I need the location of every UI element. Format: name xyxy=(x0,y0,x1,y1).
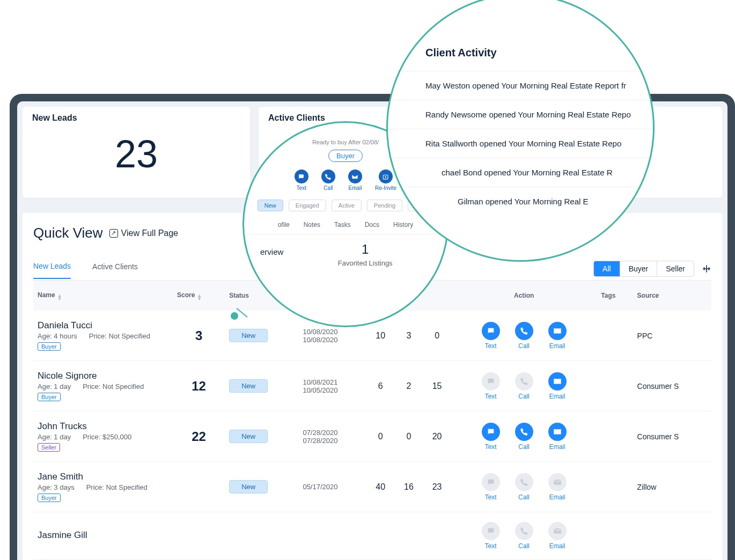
client-price: Price: $250,000 xyxy=(83,433,131,441)
mail-icon xyxy=(348,170,362,183)
status-pill[interactable]: New xyxy=(229,329,268,342)
action-call-button[interactable]: Call xyxy=(321,170,335,191)
client-name: Jane Smith xyxy=(38,471,168,482)
favorited-count: 1 xyxy=(283,242,447,257)
action-call-button[interactable]: Call xyxy=(515,322,533,350)
date-cell: 05/17/2020 xyxy=(298,462,366,512)
date-cell: 10/08/202110/05/2020 xyxy=(298,361,366,411)
client-activity-title: Client Activity xyxy=(388,47,653,71)
status-pill[interactable]: New xyxy=(229,480,268,493)
col-tags: Tags xyxy=(601,292,615,299)
action-text-button[interactable]: Text xyxy=(482,473,500,501)
detail-tab-profile[interactable]: ofile xyxy=(278,221,290,229)
client-type-tag: Buyer xyxy=(38,493,61,502)
detail-tab-docs[interactable]: Docs xyxy=(365,221,379,229)
sort-icon[interactable]: ▲▼ xyxy=(197,294,202,300)
col-action: Action xyxy=(514,292,534,299)
table-row[interactable]: Jasmine Gill TextCallEmail xyxy=(33,512,711,560)
overview-heading: erview xyxy=(244,234,283,267)
metric-3: 0 xyxy=(423,311,451,361)
action-label: Call xyxy=(518,443,530,451)
col-score[interactable]: Score xyxy=(177,291,195,299)
column-settings-icon[interactable] xyxy=(702,264,711,274)
activity-item[interactable]: Randy Newsome opened Your Morning Real E… xyxy=(388,100,653,129)
detail-tab-tasks[interactable]: Tasks xyxy=(334,221,351,229)
client-name: John Trucks xyxy=(38,421,168,432)
tab-active-clients[interactable]: Active Clients xyxy=(92,262,138,278)
metric-2 xyxy=(395,512,423,560)
action-label: Email xyxy=(549,342,565,350)
col-source: Source xyxy=(637,292,659,299)
email-icon xyxy=(548,322,567,340)
call-icon xyxy=(515,322,533,340)
link-label: View Full Page xyxy=(121,229,178,238)
status-new[interactable]: New xyxy=(258,200,283,211)
filter-buyer[interactable]: Buyer xyxy=(620,261,658,276)
action-text-button[interactable]: Text xyxy=(482,423,500,451)
activity-item[interactable]: Gilman opened Your Morning Real E xyxy=(388,187,653,216)
action-email-button[interactable]: Email xyxy=(548,372,567,400)
action-email-button[interactable]: Email xyxy=(348,170,362,191)
detail-tab-history[interactable]: History xyxy=(393,221,413,229)
status-engaged[interactable]: Engaged xyxy=(289,200,326,211)
action-label: Call xyxy=(518,342,530,350)
action-text-button[interactable]: Text xyxy=(482,372,500,400)
action-call-button[interactable]: Call xyxy=(515,372,533,400)
filter-seller[interactable]: Seller xyxy=(657,261,694,276)
metric-3: 23 xyxy=(423,462,451,512)
text-icon xyxy=(482,322,500,340)
action-email-button[interactable]: Email xyxy=(548,522,567,550)
status-pill[interactable]: New xyxy=(229,430,268,443)
action-label: Email xyxy=(549,443,565,451)
col-name[interactable]: Name xyxy=(38,291,55,299)
text-icon xyxy=(482,522,500,540)
col-status[interactable]: Status xyxy=(229,292,249,299)
activity-item[interactable]: Rita Stallworth opened Your Morning Real… xyxy=(388,129,653,158)
action-text-button[interactable]: Text xyxy=(482,522,500,550)
status-active[interactable]: Active xyxy=(332,200,362,211)
favorited-label: Favorited Listings xyxy=(283,259,447,267)
status-pending[interactable]: Pending xyxy=(367,200,402,211)
detail-tab-notes[interactable]: Notes xyxy=(304,221,320,229)
client-source: Consumer S xyxy=(633,361,711,411)
metric-1: 6 xyxy=(366,361,395,411)
action-text-button[interactable]: Text xyxy=(295,170,308,191)
action-call-button[interactable]: Call xyxy=(515,522,533,550)
magnify-client-activity: Client Activity May Weston opened Your M… xyxy=(386,0,655,262)
client-source: Zillow xyxy=(633,462,711,512)
tab-new-leads[interactable]: New Leads xyxy=(33,262,71,279)
metric-2: 16 xyxy=(395,462,423,512)
activity-item[interactable]: May Weston opened Your Morning Real Esta… xyxy=(388,71,653,100)
call-icon xyxy=(515,423,533,441)
card-new-leads[interactable]: New Leads 23 xyxy=(23,107,250,198)
action-email-button[interactable]: Email xyxy=(548,473,567,501)
table-row[interactable]: Jane Smith Age: 3 daysPrice: Not Specifi… xyxy=(33,462,711,512)
action-label: Call xyxy=(518,393,530,400)
call-icon xyxy=(515,372,533,390)
action-call-button[interactable]: Call xyxy=(515,423,533,451)
metric-1: 40 xyxy=(366,462,395,512)
view-full-page-link[interactable]: ↗ View Full Page xyxy=(109,229,178,238)
action-label: Text xyxy=(485,393,497,400)
action-reinvite-button[interactable]: Re-Invite xyxy=(375,170,396,191)
card-value: 23 xyxy=(32,127,240,181)
action-email-button[interactable]: Email xyxy=(548,423,567,451)
email-icon xyxy=(548,473,567,491)
status-pill[interactable]: New xyxy=(229,379,268,393)
action-text-button[interactable]: Text xyxy=(482,322,500,350)
activity-item[interactable]: chael Bond opened Your Morning Real Esta… xyxy=(388,158,653,187)
table-row[interactable]: Nicole Signore Age: 1 dayPrice: Not Spec… xyxy=(33,361,711,411)
table-row[interactable]: John Trucks Age: 1 dayPrice: $250,000 Se… xyxy=(33,411,711,462)
action-email-button[interactable]: Email xyxy=(548,322,567,350)
call-icon xyxy=(515,473,533,491)
action-call-button[interactable]: Call xyxy=(515,473,533,501)
filter-all[interactable]: All xyxy=(594,261,620,276)
sort-icon[interactable]: ▲▼ xyxy=(57,294,62,300)
metric-1: 0 xyxy=(366,411,395,462)
client-type-tag: Seller xyxy=(38,443,60,452)
client-score: 3 xyxy=(173,311,225,361)
client-age: Age: 4 hours xyxy=(38,332,77,340)
client-name: Daniela Tucci xyxy=(38,320,168,331)
buyer-pill[interactable]: Buyer xyxy=(328,150,363,162)
chat-icon xyxy=(295,170,308,183)
